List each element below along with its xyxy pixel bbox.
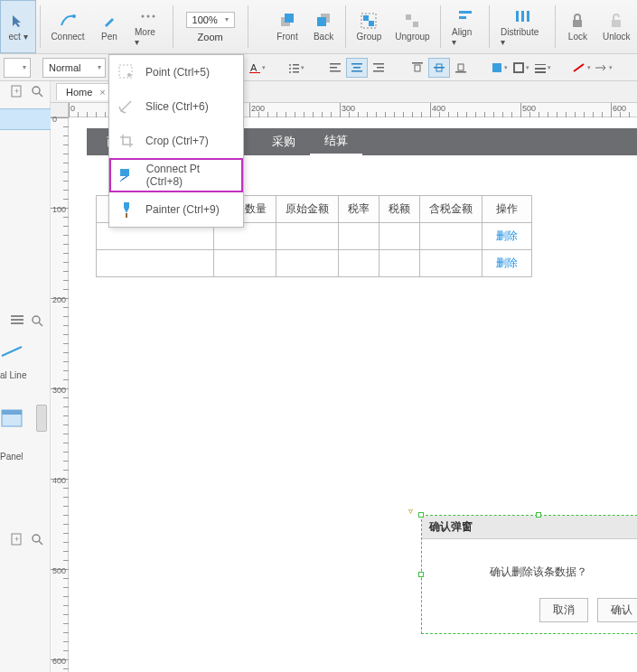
svg-rect-36 [373,70,384,72]
arrow-style-button[interactable] [593,58,614,78]
svg-rect-57 [2,410,22,415]
svg-rect-16 [521,11,524,22]
menu-item-painter[interactable]: Painter (Ctrl+9) [109,192,243,227]
back-button[interactable]: Back [305,0,342,53]
search-icon[interactable] [31,314,43,327]
svg-rect-11 [406,14,411,20]
page-thumbnail-selected[interactable] [0,108,51,130]
delete-link[interactable]: 删除 [496,229,518,242]
table-header: 含税金额 [420,196,482,223]
svg-point-50 [33,87,40,94]
add-page-icon[interactable]: + [11,85,23,98]
svg-point-26 [289,71,291,73]
zoom-label: Zoom [198,32,223,42]
svg-rect-37 [412,62,423,64]
search-icon[interactable] [31,533,43,546]
top-toolbar: ect ▾ Connect Pen More ▾ 100% Zoom Front… [0,0,637,54]
masters-toggle-icon[interactable]: + [11,533,23,546]
svg-text:+: + [14,535,19,544]
svg-rect-27 [293,71,299,73]
more-tool-button[interactable]: More ▾ [127,0,169,53]
svg-rect-42 [458,64,464,70]
selection-handle[interactable] [418,572,424,577]
panel-scrollbar[interactable] [36,405,47,432]
svg-rect-46 [535,68,546,70]
group-button[interactable]: Group [350,0,389,53]
cursor-icon [9,12,27,30]
nav-item-active[interactable]: 结算 [310,128,362,155]
svg-rect-39 [434,67,445,69]
svg-rect-51 [11,315,23,317]
svg-rect-10 [369,21,374,26]
svg-point-22 [289,64,291,66]
widget-thumb-panel[interactable] [0,406,25,432]
svg-rect-9 [363,15,369,21]
select-tool-button[interactable]: ect ▾ [0,0,36,53]
svg-rect-64 [126,213,127,218]
svg-rect-35 [377,67,384,69]
widget-thumb-line[interactable] [0,343,27,361]
menu-item-slice[interactable]: Slice (Ctrl+6) [109,89,243,124]
distribute-icon [513,7,531,25]
connect-pt-icon [118,165,137,185]
bullet-list-button[interactable] [286,58,307,78]
line-width-button[interactable] [532,58,554,78]
svg-rect-41 [455,71,466,73]
page-tab-home[interactable]: Home × [56,83,116,100]
ungroup-button[interactable]: Ungroup [389,0,436,53]
connect-tool-button[interactable]: Connect [44,0,91,53]
svg-rect-31 [351,63,362,65]
unlock-icon [607,12,625,30]
svg-rect-44 [514,63,523,72]
fill-color-button[interactable] [489,58,511,78]
vertical-ruler[interactable]: 0100200300400500600 [51,117,69,672]
svg-rect-45 [535,64,546,65]
zoom-select[interactable]: 100% [186,12,235,28]
selection-handle[interactable] [536,512,541,518]
valign-top-button[interactable] [407,58,428,78]
more-tools-menu: Point (Ctrl+5) Slice (Ctrl+6) Crop (Ctrl… [108,54,244,228]
align-button[interactable]: Align ▾ [445,0,485,53]
svg-rect-14 [459,16,466,19]
distribute-button[interactable]: Distribute ▾ [493,0,551,53]
valign-middle-button[interactable] [428,58,450,78]
svg-text:+: + [14,87,19,96]
line-color-button[interactable] [571,58,593,78]
align-right-button[interactable] [368,58,389,78]
delete-link[interactable]: 删除 [496,257,518,269]
cancel-button[interactable]: 取消 [539,598,588,622]
style-select[interactable]: Normal [42,58,106,78]
nav-item[interactable]: 采购 [258,128,310,155]
svg-point-62 [127,73,131,77]
font-family-select[interactable] [4,58,31,78]
menu-item-crop[interactable]: Crop (Ctrl+7) [109,124,243,158]
crop-tool-icon [117,131,136,151]
lock-button[interactable]: Lock [559,0,595,53]
ok-button[interactable]: 确认 [597,598,637,622]
zoom-group: 100% Zoom [177,0,244,53]
valign-bottom-button[interactable] [450,58,472,78]
dialog-widget-selected[interactable]: 确认弹窗 确认删除该条数据？ 取消 确认 [421,515,637,634]
widget-label-panel: Panel [0,452,23,462]
align-left-button[interactable] [324,58,346,78]
align-center-button[interactable] [346,58,368,78]
svg-point-2 [146,14,149,17]
left-panel: + al Line Panel + [0,81,51,672]
point-tool-icon [117,62,136,82]
selection-handle[interactable] [418,512,424,518]
pen-tool-button[interactable]: Pen [91,0,127,53]
dots-icon [139,7,157,25]
table-header: 税率 [339,196,379,223]
search-icon[interactable] [31,85,43,98]
menu-item-connect-pt[interactable]: Connect Pt (Ctrl+8) [109,158,243,192]
svg-point-60 [33,535,40,542]
table-header: 税额 [379,196,420,223]
svg-rect-18 [573,20,582,27]
border-color-button[interactable] [511,58,532,78]
menu-item-point[interactable]: Point (Ctrl+5) [109,55,243,89]
font-color-button[interactable]: A [247,58,268,78]
close-tab-icon[interactable]: × [99,87,105,98]
unlock-button[interactable]: Unlock [595,0,637,53]
outline-toggle-icon[interactable] [11,314,23,325]
front-button[interactable]: Front [269,0,305,53]
